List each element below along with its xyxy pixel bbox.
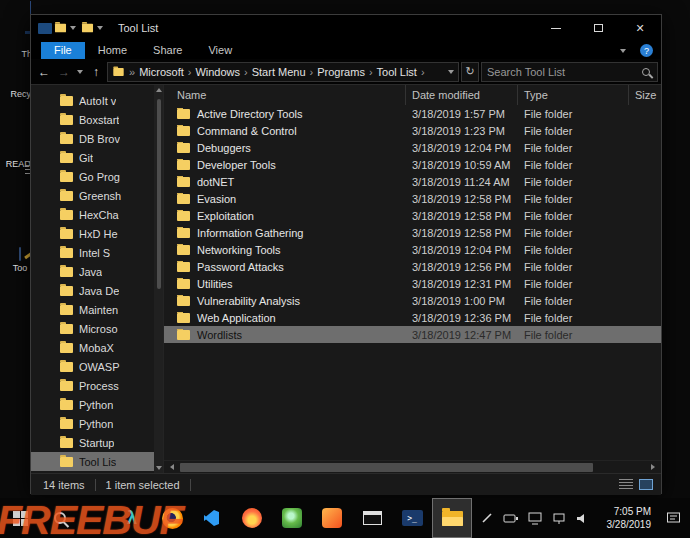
scroll-left-icon[interactable] bbox=[170, 464, 174, 470]
breadcrumb-separator-icon[interactable]: › bbox=[188, 66, 192, 78]
breadcrumb-segment[interactable]: Programs bbox=[317, 66, 365, 78]
column-header-size[interactable]: Size bbox=[629, 85, 661, 105]
search-box[interactable] bbox=[481, 62, 658, 82]
refresh-button[interactable]: ↻ bbox=[461, 62, 479, 82]
large-icons-view-icon[interactable] bbox=[639, 479, 653, 490]
chevron-down-icon[interactable] bbox=[70, 26, 76, 30]
sidebar-item[interactable]: DB Brov bbox=[31, 129, 163, 148]
breadcrumb-overflow-icon[interactable]: » bbox=[129, 66, 135, 78]
taskbar-app-flame[interactable] bbox=[232, 498, 272, 538]
sidebar-item[interactable]: Startup bbox=[31, 433, 163, 452]
tab-view[interactable]: View bbox=[195, 42, 245, 59]
sidebar-item[interactable]: Mainten bbox=[31, 300, 163, 319]
sidebar-item[interactable]: AutoIt v bbox=[31, 91, 163, 110]
scrollbar-thumb[interactable] bbox=[157, 99, 161, 289]
file-row[interactable]: Exploitation3/18/2019 12:58 PMFile folde… bbox=[164, 207, 661, 224]
sidebar-scrollbar[interactable] bbox=[154, 85, 163, 473]
volume-icon[interactable] bbox=[576, 512, 590, 525]
taskbar-app-orange[interactable] bbox=[312, 498, 352, 538]
search-input[interactable] bbox=[487, 66, 642, 78]
file-row[interactable]: Information Gathering3/18/2019 12:58 PMF… bbox=[164, 224, 661, 241]
sidebar-item[interactable]: Greensh bbox=[31, 186, 163, 205]
battery-icon[interactable] bbox=[503, 512, 519, 525]
taskbar-app-explorer[interactable] bbox=[432, 498, 472, 538]
pen-icon[interactable] bbox=[480, 511, 494, 525]
taskbar-app-firefox[interactable] bbox=[152, 498, 192, 538]
file-type: File folder bbox=[518, 108, 629, 120]
column-header-type[interactable]: Type bbox=[518, 85, 629, 105]
sidebar-item[interactable]: Git bbox=[31, 148, 163, 167]
taskbar-app-powershell[interactable]: >_ bbox=[392, 498, 432, 538]
file-row[interactable]: Utilities3/18/2019 12:31 PMFile folder bbox=[164, 275, 661, 292]
breadcrumb-segment[interactable]: Start Menu bbox=[252, 66, 306, 78]
breadcrumb-segment[interactable]: Windows bbox=[195, 66, 240, 78]
taskbar-app-vscode[interactable] bbox=[192, 498, 232, 538]
sidebar-item[interactable]: Go Prog bbox=[31, 167, 163, 186]
breadcrumb[interactable]: » Microsoft›Windows›Start Menu›Programs›… bbox=[107, 62, 459, 82]
taskbar-clock[interactable]: 7:05 PM 3/28/2019 bbox=[599, 505, 651, 532]
tab-home[interactable]: Home bbox=[85, 42, 140, 59]
details-view-icon[interactable] bbox=[619, 479, 633, 490]
action-center-button[interactable] bbox=[660, 511, 686, 525]
breadcrumb-segment[interactable]: Tool List bbox=[377, 66, 417, 78]
breadcrumb-separator-icon[interactable]: › bbox=[421, 66, 425, 78]
file-row[interactable]: dotNET3/18/2019 11:24 AMFile folder bbox=[164, 173, 661, 190]
network-icon[interactable] bbox=[552, 512, 567, 525]
breadcrumb-separator-icon[interactable]: › bbox=[244, 66, 248, 78]
forward-button[interactable]: → bbox=[55, 65, 73, 79]
sidebar-item[interactable]: OWASP bbox=[31, 357, 163, 376]
sidebar-item[interactable]: Java De bbox=[31, 281, 163, 300]
column-header-date-modified[interactable]: Date modified bbox=[406, 85, 518, 105]
sidebar-item[interactable]: Python bbox=[31, 414, 163, 433]
scroll-right-icon[interactable] bbox=[651, 464, 655, 470]
sidebar-item[interactable]: Process bbox=[31, 376, 163, 395]
sidebar-item[interactable]: Python bbox=[31, 395, 163, 414]
expand-ribbon-icon[interactable] bbox=[620, 49, 626, 53]
back-button[interactable]: ← bbox=[35, 65, 53, 79]
file-row[interactable]: Debuggers3/18/2019 12:04 PMFile folder bbox=[164, 139, 661, 156]
sidebar-item[interactable]: HexCha bbox=[31, 205, 163, 224]
taskbar-app-terminal[interactable] bbox=[352, 498, 392, 538]
column-header-name[interactable]: Name bbox=[164, 85, 406, 105]
file-row[interactable]: Developer Tools3/18/2019 10:59 AMFile fo… bbox=[164, 156, 661, 173]
help-icon[interactable]: ? bbox=[640, 44, 653, 57]
sidebar-item[interactable]: HxD He bbox=[31, 224, 163, 243]
close-button[interactable]: ✕ bbox=[619, 15, 661, 41]
file-row[interactable]: Command & Control3/18/2019 1:23 PMFile f… bbox=[164, 122, 661, 139]
tab-share[interactable]: Share bbox=[140, 42, 195, 59]
scrollbar-thumb[interactable] bbox=[180, 463, 593, 472]
file-row[interactable]: Web Application3/18/2019 12:36 PMFile fo… bbox=[164, 309, 661, 326]
horizontal-scrollbar[interactable] bbox=[164, 460, 661, 473]
scroll-down-icon[interactable] bbox=[156, 466, 162, 470]
up-button[interactable]: ↑ bbox=[87, 65, 105, 79]
sidebar-item[interactable]: Boxstart bbox=[31, 110, 163, 129]
folder-icon bbox=[177, 211, 190, 221]
breadcrumb-separator-icon[interactable]: › bbox=[369, 66, 373, 78]
breadcrumb-segment[interactable]: Microsoft bbox=[139, 66, 184, 78]
taskbar-search-button[interactable] bbox=[40, 498, 80, 538]
file-row[interactable]: Evasion3/18/2019 12:58 PMFile folder bbox=[164, 190, 661, 207]
tab-file[interactable]: File bbox=[41, 42, 85, 59]
sidebar-item[interactable]: Java bbox=[31, 262, 163, 281]
sidebar-item[interactable]: Intel S bbox=[31, 243, 163, 262]
breadcrumb-separator-icon[interactable]: › bbox=[310, 66, 314, 78]
taskbar-app-lambda[interactable]: λ bbox=[112, 498, 152, 538]
sidebar-item[interactable]: Tool Lis bbox=[31, 452, 163, 471]
display-icon[interactable] bbox=[528, 512, 543, 525]
scroll-up-icon[interactable] bbox=[156, 88, 162, 92]
file-row[interactable]: Password Attacks3/18/2019 12:56 PMFile f… bbox=[164, 258, 661, 275]
minimize-button[interactable] bbox=[535, 15, 577, 41]
file-row[interactable]: Wordlists3/18/2019 12:47 PMFile folder bbox=[164, 326, 661, 343]
chevron-down-icon[interactable] bbox=[97, 26, 103, 30]
recent-locations-icon[interactable] bbox=[77, 70, 83, 74]
taskbar-app-green[interactable] bbox=[272, 498, 312, 538]
file-row[interactable]: Networking Tools3/18/2019 12:04 PMFile f… bbox=[164, 241, 661, 258]
maximize-button[interactable] bbox=[577, 15, 619, 41]
start-button[interactable] bbox=[0, 498, 40, 538]
sidebar-item[interactable]: Microso bbox=[31, 319, 163, 338]
sidebar-item[interactable]: MobaX bbox=[31, 338, 163, 357]
address-dropdown-icon[interactable] bbox=[448, 70, 454, 74]
file-row[interactable]: Vulnerability Analysis3/18/2019 1:00 PMF… bbox=[164, 292, 661, 309]
title-bar[interactable]: Tool List ✕ bbox=[31, 15, 661, 41]
file-row[interactable]: Active Directory Tools3/18/2019 1:57 PMF… bbox=[164, 105, 661, 122]
